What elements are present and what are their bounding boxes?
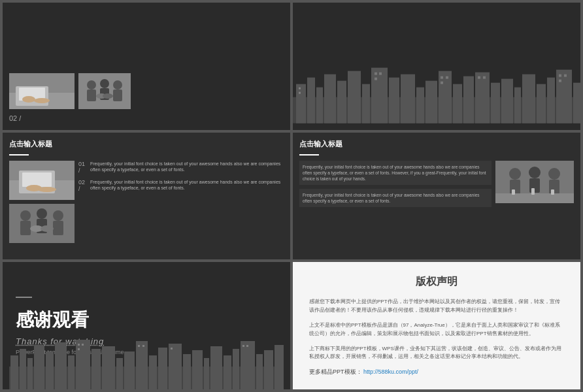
svg-rect-110 [142, 345, 144, 347]
svg-point-62 [37, 208, 47, 219]
slide3-photo-2 [9, 204, 75, 243]
svg-rect-47 [441, 82, 443, 84]
slide3-num-2: 02 / [78, 179, 88, 192]
slide4-text-blocks: Frequently, your initial font choice is … [299, 161, 491, 249]
svg-rect-49 [483, 76, 486, 79]
svg-rect-37 [547, 78, 555, 123]
svg-rect-107 [82, 344, 84, 346]
slide-4: 点击输入标题 Frequently, your initial font cho… [293, 133, 580, 260]
svg-rect-104 [264, 350, 273, 389]
svg-rect-56 [22, 172, 52, 187]
svg-point-9 [100, 79, 109, 88]
svg-rect-92 [136, 341, 148, 389]
slide3-content-row: 01 / Frequently, your initial font choic… [9, 161, 284, 243]
svg-rect-17 [307, 78, 315, 123]
svg-rect-93 [149, 355, 157, 389]
copyright-link-url[interactable]: http://588ku.com/ppt/ [363, 368, 418, 375]
svg-rect-36 [537, 84, 546, 123]
svg-rect-89 [102, 346, 115, 389]
svg-rect-16 [296, 84, 306, 123]
svg-rect-33 [501, 79, 513, 123]
svg-point-64 [53, 210, 63, 221]
slide3-item-1: 01 / Frequently, your initial font choic… [78, 161, 284, 174]
svg-rect-84 [46, 351, 54, 389]
svg-point-60 [20, 210, 31, 221]
copyright-title: 版权声明 [309, 275, 564, 289]
svg-rect-101 [233, 349, 239, 389]
slide4-block-1: Frequently, your initial font choice is … [299, 161, 491, 185]
copyright-link-label: 更多精品PPT模板： [309, 368, 362, 375]
svg-rect-75 [495, 193, 574, 203]
svg-rect-82 [27, 358, 33, 389]
svg-rect-31 [475, 73, 490, 123]
slide-1: 02 / [3, 3, 290, 130]
svg-rect-42 [375, 73, 377, 75]
svg-point-7 [87, 80, 96, 90]
slide1-photo-2 [78, 73, 131, 109]
copyright-link-row: 更多精品PPT模板： http://588ku.com/ppt/ [309, 368, 564, 376]
slide4-content: Frequently, your initial font choice is … [299, 161, 574, 249]
svg-rect-24 [389, 78, 399, 123]
svg-rect-8 [87, 90, 96, 101]
svg-rect-23 [371, 68, 388, 123]
svg-rect-44 [375, 78, 377, 80]
svg-point-5 [34, 98, 50, 103]
copyright-para3: 上下商标下美用的的PPT模板，WPS课件，业务知下其运营，状该创建，创造、审议、… [309, 345, 564, 362]
svg-rect-81 [20, 349, 26, 389]
svg-rect-85 [55, 342, 67, 389]
copyright-para1: 感谢您下载本网页中上提供的PPT作品，出于维护本网站以及其创作者的权益，请您重视… [309, 298, 564, 315]
svg-point-71 [529, 167, 541, 178]
svg-rect-78 [551, 189, 554, 195]
slide3-photo-1 [9, 161, 75, 200]
svg-rect-83 [34, 345, 44, 389]
slide4-right-col [495, 161, 574, 249]
slide4-underline [299, 154, 319, 155]
svg-rect-27 [425, 81, 437, 123]
svg-rect-34 [514, 88, 521, 123]
slide3-num-1: 01 / [78, 161, 88, 174]
svg-rect-18 [316, 88, 323, 123]
slide3-title: 点击输入标题 [9, 139, 284, 149]
svg-rect-35 [522, 74, 535, 123]
svg-rect-113 [246, 345, 248, 347]
svg-point-14 [103, 93, 113, 99]
svg-rect-25 [401, 74, 415, 123]
svg-rect-76 [512, 189, 515, 195]
svg-rect-99 [210, 346, 222, 389]
svg-rect-97 [192, 350, 203, 389]
svg-point-58 [38, 187, 56, 192]
svg-point-11 [113, 80, 122, 90]
slide3-item-2: 02 / Frequently, your initial font choic… [78, 179, 284, 192]
svg-rect-40 [299, 88, 301, 90]
svg-rect-95 [169, 344, 182, 389]
slide3-text-col: 01 / Frequently, your initial font choic… [78, 161, 284, 243]
slide5-main-title: 感谢观看 [16, 308, 277, 333]
svg-rect-43 [379, 73, 382, 75]
svg-rect-65 [53, 221, 63, 235]
svg-rect-46 [446, 76, 448, 79]
slide-3: 点击输入标题 [3, 133, 290, 260]
svg-rect-87 [76, 340, 90, 389]
svg-rect-22 [362, 84, 370, 123]
svg-rect-102 [241, 341, 255, 389]
svg-rect-48 [478, 76, 480, 79]
slide1-photos-row [3, 69, 290, 113]
svg-point-4 [22, 96, 35, 103]
svg-rect-98 [204, 358, 209, 389]
svg-rect-112 [242, 345, 244, 347]
svg-rect-103 [256, 354, 263, 389]
svg-rect-39 [573, 83, 580, 123]
svg-rect-111 [171, 348, 173, 350]
svg-rect-29 [453, 84, 462, 123]
svg-rect-80 [10, 355, 18, 389]
svg-rect-77 [531, 188, 535, 195]
svg-rect-50 [559, 74, 561, 77]
svg-rect-91 [124, 351, 135, 389]
svg-point-67 [41, 225, 54, 232]
slide1-num: 02 / [3, 113, 290, 125]
svg-rect-61 [20, 221, 31, 235]
svg-rect-38 [556, 70, 572, 123]
svg-rect-45 [441, 76, 443, 79]
svg-rect-12 [113, 90, 122, 101]
svg-rect-106 [78, 344, 80, 346]
